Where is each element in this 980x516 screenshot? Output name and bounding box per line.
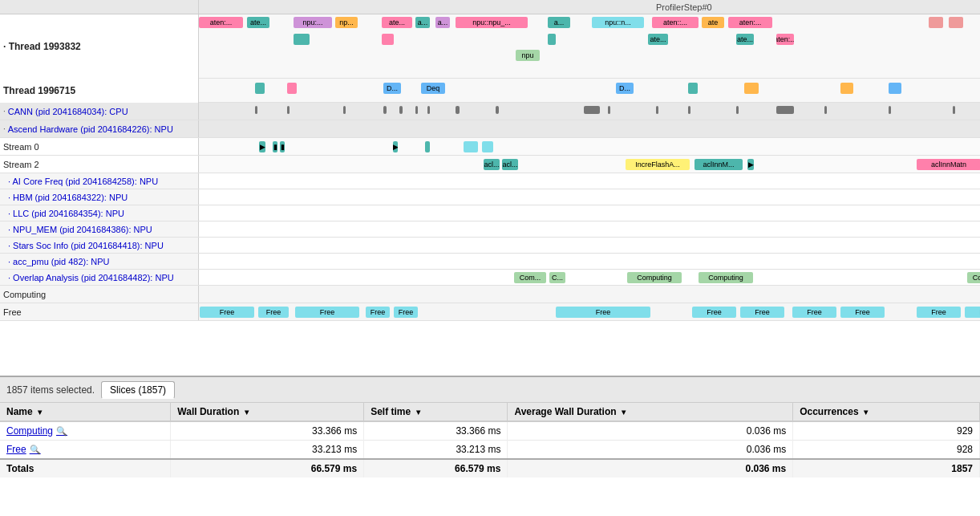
s0-block6[interactable]: [464, 141, 478, 152]
s0-block1[interactable]: ▶: [259, 141, 265, 152]
s2-incre[interactable]: IncreFlashA...: [626, 159, 690, 170]
row1-name-cell[interactable]: Computing 🔍: [0, 422, 171, 440]
table-header-row: Name ▾ Wall Duration ▾ Self time ▾ Ave: [0, 403, 980, 421]
llc-content: [199, 205, 980, 221]
s2-aclinnm[interactable]: aclInnM...: [695, 159, 743, 170]
free-block10[interactable]: Free: [840, 307, 885, 318]
s2-aclinnmatn[interactable]: aclInnMatn: [917, 159, 980, 170]
block-t2-2[interactable]: [287, 83, 297, 94]
col-avg-wall-label: Average Wall Duration: [514, 406, 616, 417]
block-ate5[interactable]: ate...: [736, 34, 754, 45]
oa-co1[interactable]: Co: [967, 272, 980, 283]
block-t2-6[interactable]: [889, 83, 901, 94]
cann-label[interactable]: · CANN (pid 2041684034): CPU: [0, 103, 199, 120]
block-small1[interactable]: [294, 34, 310, 45]
row1-search-icon[interactable]: 🔍: [56, 426, 67, 437]
free-block7[interactable]: Free: [692, 307, 736, 318]
profiler-container: ProfilerStep#0 · Thread 1993832 aten:...…: [0, 0, 980, 516]
block-t2-deq[interactable]: Deq: [421, 83, 445, 94]
thread-1996715-label[interactable]: Thread 1996715: [0, 79, 199, 103]
oa-c1[interactable]: C...: [549, 272, 565, 283]
block-t2-3[interactable]: [688, 83, 698, 94]
block-aten3[interactable]: aten:...: [728, 17, 772, 28]
ascend-arrow: ·: [3, 124, 6, 133]
row1-occurrences: 929: [793, 421, 980, 441]
results-table: Name ▾ Wall Duration ▾ Self time ▾ Ave: [0, 403, 980, 477]
free-block8[interactable]: Free: [740, 307, 784, 318]
col-wall-duration[interactable]: Wall Duration ▾: [171, 403, 364, 421]
cann-block4: [383, 106, 387, 114]
col-occurrences[interactable]: Occurrences ▾: [793, 403, 980, 421]
stars-soc-label[interactable]: · Stars Soc Info (pid 2041684418): NPU: [0, 238, 199, 253]
s0-block7[interactable]: [482, 141, 493, 152]
block-t2-d2[interactable]: D...: [616, 83, 634, 94]
s0-block2[interactable]: ▮: [273, 141, 277, 152]
block-small2[interactable]: [382, 34, 394, 45]
ascend-label[interactable]: · Ascend Hardware (pid 2041684226): NPU: [0, 120, 199, 137]
free-block4[interactable]: Free: [366, 307, 390, 318]
s0-block5[interactable]: [425, 141, 430, 152]
block-a2[interactable]: a...: [435, 17, 450, 28]
col-avg-wall[interactable]: Average Wall Duration ▾: [508, 403, 793, 421]
overlap-analysis-label[interactable]: · Overlap Analysis (pid 2041684482): NPU: [0, 270, 199, 285]
free-block3[interactable]: Free: [295, 307, 359, 318]
s0-block4[interactable]: ▶: [393, 141, 398, 152]
npu-mem-label[interactable]: · NPU_MEM (pid 2041684386): NPU: [0, 221, 199, 237]
free-block5[interactable]: Free: [394, 307, 418, 318]
block-aten2[interactable]: aten::...: [652, 17, 699, 28]
col-self-sort: ▾: [416, 408, 420, 416]
slices-button[interactable]: Slices (1857): [101, 381, 175, 399]
acc-pmu-row: · acc_pmu (pid 482): NPU: [0, 254, 980, 270]
s2-acl2[interactable]: acl...: [502, 159, 518, 170]
free-block1[interactable]: Free: [200, 307, 254, 318]
block-aten1[interactable]: aten:...: [199, 17, 243, 28]
block-np1[interactable]: np...: [335, 17, 358, 28]
free-block6[interactable]: Free: [556, 307, 650, 318]
hbm-content: [199, 189, 980, 205]
free-block2[interactable]: Free: [258, 307, 289, 318]
col-name[interactable]: Name ▾: [0, 403, 171, 421]
block-t2-d1[interactable]: D...: [383, 83, 401, 94]
free-block12[interactable]: Free: [965, 307, 980, 318]
block-npu1[interactable]: npu:...: [294, 17, 332, 28]
table-row: Free 🔍 33.213 ms 33.213 ms 0.036 ms 928: [0, 441, 980, 460]
ai-core-freq-label[interactable]: · AI Core Freq (pid 2041684258): NPU: [0, 173, 199, 189]
thread-1993832-label[interactable]: · Thread 1993832: [0, 14, 199, 79]
block-small3[interactable]: [548, 34, 556, 45]
oa-computing1[interactable]: Computing: [627, 272, 682, 283]
col-self-time[interactable]: Self time ▾: [364, 403, 508, 421]
free-label: Free: [0, 303, 199, 320]
block-aten4[interactable]: aten:...: [776, 34, 794, 45]
row1-self-time: 33.366 ms: [364, 421, 508, 441]
oa-com1[interactable]: Com...: [514, 272, 546, 283]
s2-block[interactable]: ▶: [747, 159, 754, 170]
s0-block3[interactable]: ▮: [280, 141, 285, 152]
block-npunpu[interactable]: npu::npu_...: [456, 17, 528, 28]
cann-block15: [776, 106, 794, 114]
free-block11[interactable]: Free: [917, 307, 961, 318]
block-a3[interactable]: a...: [548, 17, 570, 28]
block-ate4[interactable]: ate...: [648, 34, 668, 45]
block-salmon2[interactable]: [949, 17, 963, 28]
row2-search-icon[interactable]: 🔍: [30, 445, 41, 455]
hbm-label[interactable]: · HBM (pid 2041684322): NPU: [0, 189, 199, 205]
block-salmon1[interactable]: [929, 17, 943, 28]
llc-label[interactable]: · LLC (pid 2041684354): NPU: [0, 205, 199, 221]
block-npun1[interactable]: npu::n...: [592, 17, 644, 28]
block-ate1[interactable]: ate...: [247, 17, 269, 28]
computing-label: Computing: [0, 286, 199, 303]
cann-row: · CANN (pid 2041684034): CPU: [0, 103, 980, 120]
block-t2-4[interactable]: [744, 83, 759, 94]
block-a1[interactable]: a...: [415, 17, 430, 28]
block-t2-1[interactable]: [255, 83, 265, 94]
block-ate3[interactable]: ate: [702, 17, 724, 28]
acc-pmu-label[interactable]: · acc_pmu (pid 482): NPU: [0, 254, 199, 269]
s2-acl1[interactable]: acl...: [484, 159, 500, 170]
block-ate2[interactable]: ate...: [382, 17, 412, 28]
oa-computing2[interactable]: Computing: [699, 272, 753, 283]
block-t2-5[interactable]: [840, 83, 853, 94]
block-npu-label[interactable]: npu: [516, 50, 540, 61]
stream-2-label: Stream 2: [0, 156, 199, 173]
row2-name-cell[interactable]: Free 🔍: [0, 441, 171, 458]
free-block9[interactable]: Free: [792, 307, 836, 318]
